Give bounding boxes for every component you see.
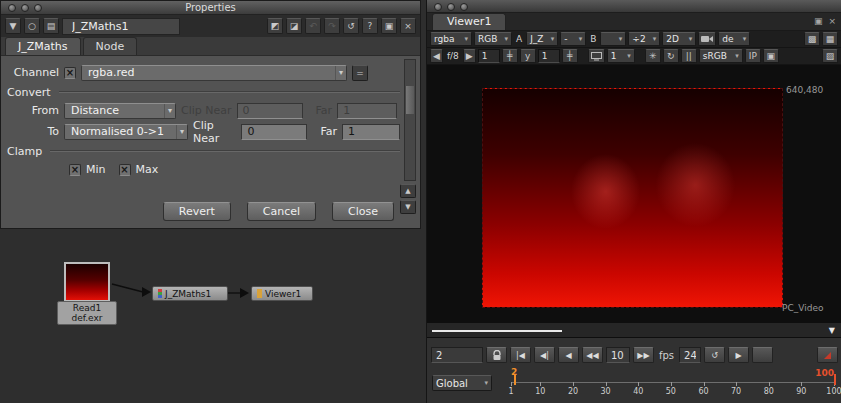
cancel-button[interactable]: Cancel bbox=[247, 202, 316, 221]
fps-input[interactable] bbox=[679, 347, 701, 363]
proxy-dropdown[interactable]: ÷2 ▾ bbox=[628, 32, 660, 46]
viewer-titlebar[interactable] bbox=[427, 0, 841, 13]
gamma-slider-icon[interactable]: ╪ bbox=[562, 49, 578, 63]
tab-viewer1[interactable]: Viewer1 bbox=[432, 13, 506, 30]
current-frame-input[interactable] bbox=[431, 347, 483, 363]
window-close-button[interactable] bbox=[434, 3, 442, 11]
window-minimize-button[interactable] bbox=[447, 3, 455, 11]
frame-increment-input[interactable] bbox=[606, 347, 630, 363]
monitor-output-icon[interactable] bbox=[588, 49, 605, 63]
save-preset-icon[interactable]: ▤ bbox=[43, 18, 59, 34]
swatch-b-icon[interactable]: ◪ bbox=[286, 18, 302, 34]
to-clip-near-field[interactable]: 0 bbox=[241, 124, 307, 140]
window-close-button[interactable] bbox=[8, 4, 16, 12]
gain-decrease-icon[interactable]: ◀ bbox=[430, 49, 443, 63]
close-button[interactable]: Close bbox=[332, 202, 394, 221]
timeline-ruler[interactable]: 1 10 20 30 40 50 60 70 80 90 100 2 100 bbox=[511, 370, 834, 403]
undo-icon[interactable]: ↶ bbox=[305, 18, 321, 34]
close-panel-icon[interactable]: × bbox=[828, 16, 836, 26]
viewer-lut-dropdown[interactable]: sRGB ▾ bbox=[699, 49, 743, 63]
window-minimize-button[interactable] bbox=[21, 4, 29, 12]
viewer-scroll-strip[interactable]: ▼ bbox=[427, 322, 841, 338]
clamp-max-checkbox[interactable]: × bbox=[119, 164, 131, 176]
float-panel-icon[interactable]: ▣ bbox=[814, 16, 823, 26]
viewer-node[interactable]: Viewer1 bbox=[251, 286, 313, 301]
view-mode-dropdown[interactable]: 2D ▾ bbox=[662, 32, 696, 46]
tab-node[interactable]: Node bbox=[83, 37, 138, 55]
tab-jzmaths[interactable]: J_ZMaths bbox=[5, 37, 81, 55]
prev-keyframe-button[interactable]: ◀| bbox=[534, 347, 555, 363]
window-zoom-button[interactable] bbox=[34, 4, 42, 12]
gain-slider-icon[interactable]: ╪ bbox=[502, 49, 518, 63]
chevron-down-icon: ▾ bbox=[579, 35, 583, 43]
camera-icon[interactable] bbox=[698, 32, 716, 46]
clamp-min-checkbox[interactable]: × bbox=[69, 164, 81, 176]
goto-start-button[interactable]: |◀ bbox=[510, 347, 531, 363]
revert-button[interactable]: Revert bbox=[163, 202, 231, 221]
scrollbar-thumb[interactable] bbox=[406, 86, 414, 114]
to-dropdown[interactable]: Normalised 0->1 ▾ bbox=[64, 124, 188, 140]
properties-titlebar[interactable]: Properties bbox=[1, 1, 420, 15]
pause-icon[interactable]: || bbox=[681, 49, 697, 63]
node-name-input[interactable] bbox=[62, 18, 180, 35]
buffer-b-dropdown[interactable]: ▾ bbox=[600, 32, 626, 46]
float-panel-icon[interactable]: ▣ bbox=[381, 18, 397, 34]
node-graph[interactable]: Read1 def.exr J_ZMaths1 Viewer1 bbox=[0, 229, 426, 403]
play-forward-button[interactable]: ▶ bbox=[728, 347, 749, 363]
gamma-input[interactable] bbox=[538, 49, 560, 63]
gain-input[interactable] bbox=[478, 49, 500, 63]
close-panel-icon[interactable]: × bbox=[400, 18, 416, 34]
display-style-dropdown[interactable]: RGB ▾ bbox=[474, 32, 512, 46]
scroll-down-icon[interactable]: ▼ bbox=[400, 200, 416, 214]
render-flag-button[interactable] bbox=[817, 347, 838, 363]
read-node-thumbnail[interactable] bbox=[64, 262, 110, 302]
disclosure-icon[interactable]: ▼ bbox=[5, 18, 21, 34]
input-process-toggle[interactable]: IP bbox=[745, 49, 761, 63]
collapse-toolbar-icon[interactable]: ▼ bbox=[829, 326, 835, 335]
channel-dropdown[interactable]: rgba.red ▾ bbox=[81, 65, 347, 81]
gamma-toggle[interactable]: y bbox=[520, 49, 536, 63]
refresh-icon[interactable]: ↻ bbox=[663, 49, 679, 63]
snapshot-icon[interactable]: ○ bbox=[24, 18, 40, 34]
checker-background-icon[interactable]: ▩ bbox=[804, 32, 820, 46]
overscan-stripes-icon[interactable]: ▨ bbox=[822, 49, 838, 63]
gain-increase-icon[interactable]: ▶ bbox=[463, 49, 476, 63]
current-frame-marker[interactable]: 2 bbox=[511, 367, 517, 377]
layout-dropdown[interactable]: de ▾ bbox=[718, 32, 750, 46]
help-button[interactable]: ? bbox=[362, 18, 378, 34]
channels-dropdown[interactable]: rgba ▾ bbox=[430, 32, 472, 46]
from-clip-near-field[interactable]: 0 bbox=[237, 103, 303, 119]
clipping-warning-icon[interactable]: ▣ bbox=[763, 49, 779, 63]
redo-icon[interactable]: ↷ bbox=[324, 18, 340, 34]
from-far-field[interactable]: 1 bbox=[337, 103, 397, 119]
buffer-a-dropdown[interactable]: J_Z ▾ bbox=[526, 32, 558, 46]
frame-range-dropdown[interactable]: Global ▾ bbox=[432, 375, 492, 391]
wipe-mode-dropdown[interactable]: - ▾ bbox=[560, 32, 586, 46]
end-frame-marker[interactable]: 100 bbox=[815, 368, 834, 378]
step-forward-button[interactable]: ▶▶ bbox=[633, 347, 654, 363]
lock-range-icon[interactable] bbox=[486, 347, 507, 363]
red-flag-icon bbox=[824, 352, 831, 359]
rendered-image[interactable] bbox=[482, 88, 783, 308]
window-zoom-button[interactable] bbox=[460, 3, 468, 11]
roi-icon[interactable]: ✳ bbox=[645, 49, 661, 63]
play-backward-button[interactable]: ◀ bbox=[558, 347, 579, 363]
loop-mode-button[interactable]: ↺ bbox=[704, 347, 725, 363]
horizontal-scrollbar[interactable] bbox=[432, 330, 562, 332]
downrez-dropdown[interactable]: 1 ▾ bbox=[607, 49, 635, 63]
flipbook-button[interactable] bbox=[752, 347, 773, 363]
revert-icon[interactable]: ↺ bbox=[343, 18, 359, 34]
fit-viewer-icon[interactable]: ▦ bbox=[822, 32, 838, 46]
swatch-a-icon[interactable]: ◩ bbox=[267, 18, 283, 34]
properties-window: Properties ▼ ○ ▤ ◩ ◪ ↶ ↷ ↺ ? ▣ × J_ZMath… bbox=[0, 0, 421, 229]
read-node[interactable]: Read1 def.exr bbox=[57, 301, 117, 325]
scroll-up-icon[interactable]: ▲ bbox=[400, 184, 416, 198]
properties-scrollbar[interactable] bbox=[404, 59, 416, 181]
from-dropdown[interactable]: Distance ▾ bbox=[64, 103, 176, 119]
step-back-button[interactable]: ◀◀ bbox=[582, 347, 603, 363]
to-far-field[interactable]: 1 bbox=[342, 124, 400, 140]
viewer-canvas[interactable]: 640,480 PC_Video bbox=[427, 65, 841, 322]
channel-checkbox[interactable]: × bbox=[64, 67, 76, 79]
channel-equals-button[interactable]: = bbox=[352, 65, 368, 81]
zmaths-node[interactable]: J_ZMaths1 bbox=[152, 286, 228, 301]
